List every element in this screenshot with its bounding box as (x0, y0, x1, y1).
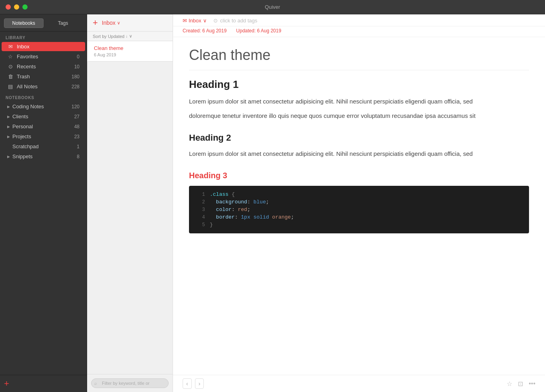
code-line-1: 1 .class { (189, 191, 529, 198)
add-note-button[interactable]: + (93, 18, 98, 27)
content-body[interactable]: Clean theme Heading 1 Lorem ipsum dolor … (173, 37, 545, 375)
minimize-button[interactable] (14, 4, 19, 10)
app-title: Quiver (265, 4, 280, 10)
inbox-breadcrumb-label: Inbox (189, 18, 201, 24)
chevron-down-icon: ∨ (117, 20, 120, 26)
note-date: 6 Aug 2019 (94, 52, 167, 57)
content-toolbar: ‹ › ☆ ⊡ ••• (173, 375, 545, 392)
scratchpad-count: 1 (77, 144, 80, 149)
window-controls (6, 4, 28, 10)
notebook-label: Scratchpad (12, 143, 77, 149)
paragraph-1: Lorem ipsum dolor sit amet consectetur a… (189, 96, 529, 107)
tag-icon: ⊙ (213, 18, 218, 24)
sidebar-item-coding-notes[interactable]: ▶ Coding Notes 120 (2, 102, 85, 111)
code-line-5: 5 } (189, 221, 529, 229)
favorite-button[interactable]: ☆ (507, 380, 512, 388)
trash-icon: 🗑 (7, 74, 14, 80)
content-meta-bar: ✉ Inbox ∨ ⊙ click to add tags (173, 14, 545, 26)
note-main-title: Clean theme (189, 47, 529, 70)
close-button[interactable] (6, 4, 11, 10)
line-number: 5 (195, 222, 205, 228)
notes-icon: ▤ (7, 84, 14, 90)
next-button[interactable]: › (195, 378, 204, 389)
sidebar-item-personal[interactable]: ▶ Personal 48 (2, 122, 85, 131)
paragraph-2: doloremque tenetur inventore illo quis n… (189, 111, 529, 121)
line-number: 1 (195, 192, 205, 197)
updated-date: Updated: 6 Aug 2019 (236, 28, 281, 34)
prev-button[interactable]: ‹ (183, 378, 192, 389)
tab-notebooks[interactable]: Notebooks (4, 18, 44, 28)
content-dates: Created: 6 Aug 2019 Updated: 6 Aug 2019 (173, 26, 545, 37)
star-icon: ☆ (7, 54, 14, 60)
created-date: Created: 6 Aug 2019 (183, 28, 227, 34)
recents-count: 10 (74, 64, 80, 70)
notes-filter (91, 378, 169, 388)
code-line-2: 2 background: blue; (189, 198, 529, 206)
sidebar-bottom: + (0, 375, 87, 392)
projects-count: 23 (74, 134, 80, 139)
more-button[interactable]: ••• (529, 380, 535, 387)
code-content: color: red; (210, 207, 250, 213)
note-title: Clean theme (94, 45, 167, 51)
clients-count: 27 (74, 114, 80, 119)
sort-dropdown-icon: ∨ (129, 34, 132, 39)
paragraph-3: Lorem ipsum dolor sit amet consectetur a… (189, 149, 529, 159)
toolbar-right: ☆ ⊡ ••• (507, 380, 535, 388)
sidebar-item-recents[interactable]: ⊙ Recents 10 (2, 62, 85, 71)
coding-notes-count: 120 (72, 104, 80, 109)
titlebar: Quiver (0, 0, 545, 14)
sidebar-item-trash[interactable]: 🗑 Trash 180 (2, 72, 85, 81)
main-layout: Notebooks Tags LIBRARY ✉ Inbox ☆ Favorit… (0, 14, 545, 392)
line-number: 4 (195, 215, 205, 220)
sidebar-item-projects[interactable]: ▶ Projects 23 (2, 132, 85, 141)
maximize-button[interactable] (22, 4, 28, 10)
note-item[interactable]: Clean theme 6 Aug 2019 (87, 41, 173, 62)
sidebar-tabs: Notebooks Tags (0, 14, 87, 32)
sort-bar[interactable]: Sort by Updated ↓ ∨ (87, 32, 173, 41)
meta-tags[interactable]: ⊙ click to add tags (213, 18, 257, 24)
add-notebook-button[interactable]: + (4, 379, 9, 388)
favorites-count: 0 (77, 54, 80, 60)
sidebar-item-label: Recents (17, 64, 73, 70)
notes-panel-bottom: ⌕ (87, 374, 173, 392)
personal-count: 48 (74, 124, 80, 129)
sidebar-item-scratchpad[interactable]: ▶ Scratchpad 1 (2, 142, 85, 151)
notes-search-input[interactable] (91, 378, 169, 388)
notebook-label: Personal (12, 123, 74, 129)
code-content: background: blue; (210, 199, 269, 205)
tab-tags[interactable]: Tags (44, 18, 83, 28)
inbox-icon: ✉ (7, 44, 14, 50)
line-number: 2 (195, 199, 205, 205)
notebook-label: Clients (12, 113, 74, 119)
content-area: ✉ Inbox ∨ ⊙ click to add tags Created: 6… (173, 14, 545, 392)
sidebar-item-snippets[interactable]: ▶ Snippets 8 (2, 152, 85, 161)
notes-filter-wrap: ⌕ (91, 378, 169, 388)
code-block: 1 .class { 2 background: blue; 3 color: … (189, 186, 529, 233)
chevron-right-icon: ▶ (7, 105, 10, 109)
sidebar-item-all-notes[interactable]: ▤ All Notes 228 (2, 82, 85, 91)
toolbar-nav: ‹ › (183, 378, 204, 389)
section-h3: Heading 3 1 .class { 2 background: blue;… (189, 171, 529, 233)
trash-count: 180 (72, 74, 80, 80)
sort-label[interactable]: Sort by Updated ↓ ∨ (93, 34, 167, 39)
all-notes-count: 228 (72, 84, 80, 90)
inbox-dropdown[interactable]: Inbox ∨ (102, 20, 120, 26)
code-content: border: 1px solid orange; (210, 214, 294, 220)
chevron-right-icon: ▶ (7, 125, 10, 129)
sidebar-item-label: All Notes (17, 84, 70, 90)
search-icon: ⌕ (94, 381, 97, 386)
notes-panel: + Inbox ∨ Sort by Updated ↓ ∨ Clean them… (87, 14, 173, 392)
sidebar-item-favorites[interactable]: ☆ Favorites 0 (2, 52, 85, 61)
image-button[interactable]: ⊡ (518, 380, 523, 388)
chevron-right-icon: ▶ (7, 135, 10, 139)
sidebar: Notebooks Tags LIBRARY ✉ Inbox ☆ Favorit… (0, 14, 87, 392)
sidebar-item-clients[interactable]: ▶ Clients 27 (2, 112, 85, 121)
meta-inbox-breadcrumb[interactable]: ✉ Inbox ∨ (183, 18, 207, 24)
code-line-4: 4 border: 1px solid orange; (189, 213, 529, 221)
tags-placeholder: click to add tags (220, 18, 257, 24)
notebook-label: Projects (12, 133, 74, 139)
section-h2: Heading 2 Lorem ipsum dolor sit amet con… (189, 133, 529, 159)
sidebar-item-inbox[interactable]: ✉ Inbox (2, 42, 85, 51)
chevron-right-icon: ▶ (7, 115, 10, 119)
breadcrumb-arrow-icon: ∨ (203, 18, 207, 24)
